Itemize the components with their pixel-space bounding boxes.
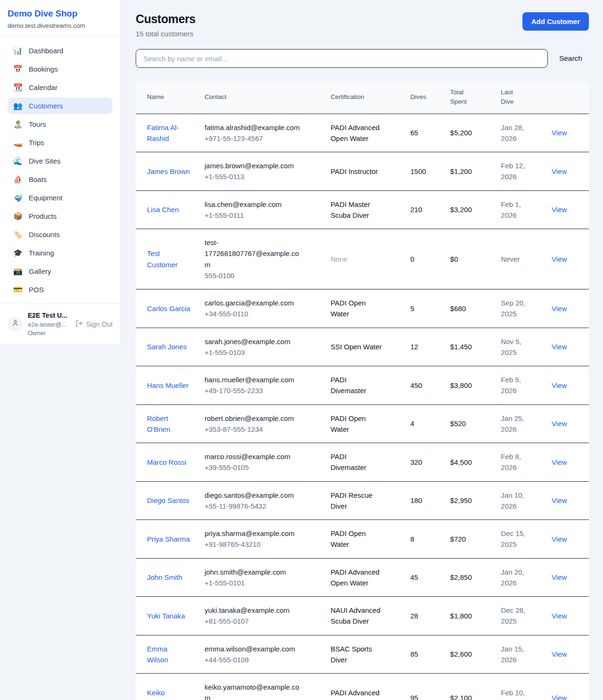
customers-table-card: Name Contact Certification Dives Total S… — [136, 81, 589, 700]
view-link[interactable]: View — [552, 420, 567, 428]
sign-out-icon — [75, 320, 83, 329]
sidebar-item-customers[interactable]: 👥 Customers — [8, 98, 113, 114]
col-header-name: Name — [136, 81, 204, 114]
nav-icon: 💳 — [13, 286, 23, 294]
customer-email: james.brown@example.com — [204, 160, 293, 171]
sign-out-button[interactable]: Sign Out — [75, 320, 113, 329]
sidebar-item-gallery[interactable]: 📸 Gallery — [8, 263, 113, 280]
view-link[interactable]: View — [552, 167, 567, 175]
customer-name-link[interactable]: Priya Sharma — [147, 534, 190, 544]
view-link[interactable]: View — [552, 694, 567, 700]
customer-phone: +49-170-555-2233 — [204, 385, 326, 396]
customer-email: hans.mueller@example.com — [204, 374, 294, 385]
view-link[interactable]: View — [552, 650, 567, 658]
customer-name-link[interactable]: Marco Rossi — [147, 457, 186, 468]
customer-phone: +353-87-555-1234 — [204, 424, 326, 435]
customer-name-link[interactable]: Robert O'Brien — [147, 413, 190, 435]
sidebar-item-dashboard[interactable]: 📊 Dashboard — [8, 42, 113, 59]
sidebar-item-equipment[interactable]: 🤿 Equipment — [8, 189, 113, 206]
sidebar-item-discounts[interactable]: 🏷️ Discounts — [8, 226, 113, 243]
customer-certification: PADI Divemaster — [331, 374, 383, 396]
search-button[interactable]: Search — [553, 50, 589, 66]
view-link[interactable]: View — [552, 496, 567, 504]
customer-dives: 1500 — [410, 167, 426, 175]
nav-label: Equipment — [29, 194, 63, 202]
view-link[interactable]: View — [552, 129, 567, 137]
sidebar-item-products[interactable]: 📦 Products — [8, 208, 113, 224]
customer-name-link[interactable]: Carlos Garcia — [147, 303, 190, 314]
customer-last-dive: Jan 28, 2026 — [501, 122, 530, 144]
customer-dives: 5 — [410, 305, 414, 313]
customer-total-spent: $3,800 — [450, 381, 472, 389]
customer-phone: +91-98765-43210 — [204, 539, 326, 550]
sidebar-item-tours[interactable]: 🏝️ Tours — [8, 116, 113, 132]
table-row: Lisa Chen lisa.chen@example.com +1-555-0… — [136, 190, 589, 229]
view-link[interactable]: View — [552, 381, 567, 389]
sign-out-label: Sign Out — [86, 321, 113, 328]
customer-email: marco.rossi@example.com — [204, 451, 290, 462]
sidebar-item-dive-sites[interactable]: 🌊 Dive Sites — [8, 153, 113, 169]
view-link[interactable]: View — [552, 206, 567, 214]
customer-email: emma.wilson@example.com — [204, 643, 295, 654]
sidebar-item-trips[interactable]: 🚤 Trips — [8, 134, 113, 151]
nav-icon: 👥 — [13, 102, 23, 110]
view-link[interactable]: View — [552, 612, 567, 620]
user-meta: E2E Test U... e2e-tester@... Owner — [28, 311, 70, 338]
customer-total-spent: $1,450 — [450, 343, 472, 351]
nav-label: Discounts — [29, 231, 60, 239]
customer-name-link[interactable]: Emma Wilson — [147, 643, 190, 666]
customer-certification: PADI Advanced Open Water — [331, 567, 383, 589]
customer-name-link[interactable]: Lisa Chen — [147, 204, 179, 215]
customer-name-link[interactable]: Fatima Al-Rashid — [147, 122, 190, 144]
customer-email: john.smith@example.com — [204, 567, 286, 577]
view-link[interactable]: View — [552, 255, 567, 263]
customer-certification: None — [331, 254, 348, 264]
view-link[interactable]: View — [552, 343, 567, 351]
customer-email: keiko.yamamoto@example.com — [204, 682, 301, 700]
nav-icon: 📆 — [13, 84, 23, 91]
customer-name-link[interactable]: Test Customer — [147, 248, 190, 270]
view-link[interactable]: View — [552, 458, 567, 466]
nav-icon: 📅 — [13, 66, 23, 73]
customer-email: priya.sharma@example.com — [204, 528, 294, 539]
view-link[interactable]: View — [552, 535, 567, 543]
table-body: Fatima Al-Rashid fatima.alrashid@example… — [136, 114, 589, 700]
add-customer-button[interactable]: Add Customer — [522, 12, 589, 31]
nav-label: Bookings — [29, 65, 58, 73]
brand-block: Demo Dive Shop demo.test.divestreams.com — [0, 0, 120, 37]
customer-name-link[interactable]: Diego Santos — [147, 495, 189, 506]
col-header-actions — [552, 81, 589, 114]
customer-name-link[interactable]: John Smith — [147, 572, 182, 583]
search-input[interactable] — [136, 49, 548, 68]
customer-total-spent: $2,100 — [450, 694, 472, 700]
customer-phone: +1-555-0111 — [204, 210, 326, 221]
sidebar-item-pos[interactable]: 💳 POS — [8, 281, 113, 298]
customer-total-spent: $1,800 — [450, 612, 472, 620]
brand-domain: demo.test.divestreams.com — [8, 22, 113, 29]
customer-email: yuki.tanaka@example.com — [204, 605, 289, 616]
table-row: John Smith john.smith@example.com +1-555… — [136, 558, 589, 597]
view-link[interactable]: View — [552, 305, 567, 313]
nav-icon: 🌊 — [13, 157, 23, 165]
sidebar-item-training[interactable]: 🎓 Training — [8, 245, 113, 261]
customer-phone: +55-11-99876-5432 — [204, 501, 326, 511]
nav-label: Trips — [29, 139, 44, 147]
sidebar-item-boats[interactable]: ⛵ Boats — [8, 171, 113, 188]
brand-title: Demo Dive Shop — [8, 8, 113, 19]
table-row: Diego Santos diego.santos@example.com +5… — [136, 481, 589, 520]
customer-dives: 8 — [410, 535, 414, 543]
customer-name-link[interactable]: Yuki Tanaka — [147, 610, 185, 621]
customer-name-link[interactable]: James Brown — [147, 166, 190, 177]
customer-dives: 320 — [410, 458, 422, 466]
customer-phone: +81-555-0107 — [204, 616, 326, 626]
customer-certification: PADI Divemaster — [331, 451, 383, 473]
customer-name-link[interactable]: Hans Mueller — [147, 380, 188, 391]
sidebar-item-calendar[interactable]: 📆 Calendar — [8, 79, 113, 96]
user-role: Owner — [28, 329, 70, 338]
customer-name-link[interactable]: Keiko Yamamoto — [147, 687, 190, 700]
customer-name-link[interactable]: Sarah Jones — [147, 341, 187, 352]
customer-email: robert.obrien@example.com — [204, 413, 293, 424]
customer-dives: 0 — [410, 255, 414, 263]
view-link[interactable]: View — [552, 573, 567, 581]
sidebar-item-bookings[interactable]: 📅 Bookings — [8, 61, 113, 77]
